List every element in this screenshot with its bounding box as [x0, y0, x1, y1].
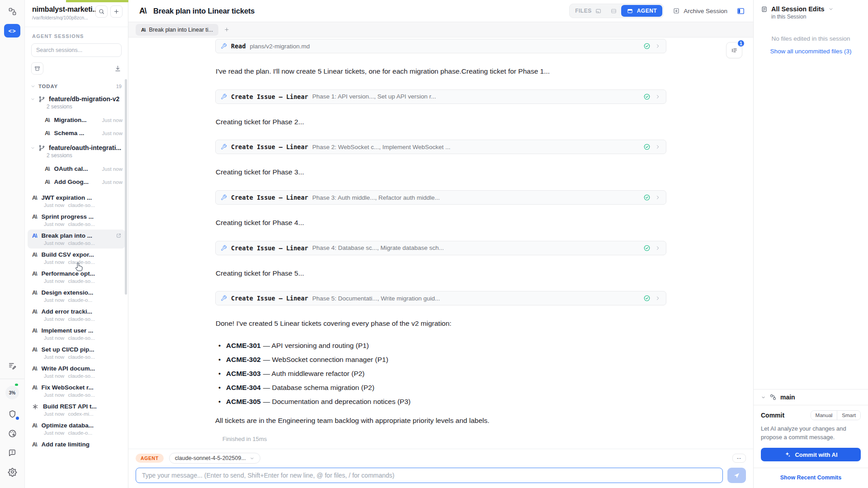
session-time: Just now — [44, 278, 64, 284]
archive-filter-button[interactable] — [31, 62, 43, 75]
tool-call-create-issue[interactable]: Create Issue — Linear Phase 1: API versi… — [215, 89, 666, 104]
session-model: claude-so... — [68, 392, 94, 398]
branch-group-db-migration[interactable]: feature/db-migration-v2 — [25, 94, 128, 103]
ticket-desc: — WebSocket connection manager (P1) — [263, 356, 388, 363]
chevron-right-icon[interactable] — [655, 43, 661, 49]
chevron-right-icon[interactable] — [655, 295, 661, 301]
sessions-sidebar: nimbalyst-marketi... /var/folders/nq/100… — [25, 0, 128, 488]
open-session-icon[interactable] — [116, 233, 122, 239]
chevron-down-icon — [828, 6, 834, 12]
session-item[interactable]: A\Set up CI/CD pip... Just nowclaude-so.… — [28, 343, 125, 362]
session-item[interactable]: A\ Migration... Just now — [25, 113, 128, 127]
outline-button[interactable]: 1 — [726, 42, 742, 58]
tool-detail: Phase 4: Database sc..., Migrate databas… — [312, 244, 639, 251]
usage-indicator[interactable]: 3% — [5, 386, 19, 399]
search-sessions-box[interactable] — [31, 43, 122, 57]
session-item[interactable]: A\Optimize databa... Just nowclaude-o... — [28, 419, 125, 438]
session-item[interactable]: A\Design extensio... Just nowclaude-o... — [28, 286, 125, 305]
assistant-message: Creating ticket for Phase 2... — [216, 117, 666, 127]
notes-edit-icon[interactable] — [8, 361, 17, 370]
commit-with-ai-button[interactable]: Commit with AI — [761, 448, 861, 461]
ticket-id: ACME-301 — [226, 342, 261, 349]
commit-mode-toggle: Manual Smart — [811, 410, 861, 420]
chevron-right-icon[interactable] — [655, 245, 661, 251]
message-input[interactable] — [136, 468, 723, 483]
smart-mode-button[interactable]: Smart — [837, 411, 860, 420]
chevron-right-icon[interactable] — [655, 194, 661, 201]
session-item[interactable]: A\Add rate limiting — [28, 438, 125, 450]
session-time: Just now — [44, 335, 64, 341]
files-view-button[interactable]: FILES — [571, 8, 606, 14]
tool-call-create-issue[interactable]: Create Issue — Linear Phase 3: Auth midd… — [215, 190, 666, 205]
code-icon: <> — [8, 28, 16, 34]
chevron-right-icon[interactable] — [655, 94, 661, 100]
model-selector[interactable]: claude-sonnet-4-5-202509... — [169, 453, 260, 464]
send-button[interactable] — [727, 468, 746, 483]
new-session-button[interactable] — [110, 5, 123, 18]
session-item[interactable]: A\Build CSV expor... Just nowclaude-so..… — [28, 249, 125, 267]
session-item[interactable]: Build REST API t... Just nowcodex-mi... — [28, 400, 125, 419]
search-sessions-input[interactable] — [36, 47, 117, 53]
theme-palette-icon[interactable] — [8, 429, 17, 438]
session-edits-header[interactable]: All Session Edits — [761, 5, 861, 13]
session-item[interactable]: A\Implement user ... Just nowclaude-so..… — [28, 324, 125, 343]
feedback-icon[interactable] — [8, 448, 17, 457]
branch-label: feature/db-migration-v2 — [49, 95, 119, 103]
settings-gear-icon[interactable] — [8, 467, 17, 477]
tool-call-create-issue[interactable]: Create Issue — Linear Phase 4: Database … — [215, 241, 666, 255]
tool-call-read[interactable]: Read plans/v2-migration.md — [215, 39, 666, 53]
anthropic-icon: A\ — [32, 214, 37, 220]
assistant-message: I've read the plan. I'll now create 5 Li… — [216, 66, 666, 76]
chevron-right-icon[interactable] — [655, 144, 661, 150]
agent-mode-badge[interactable]: AGENT — [136, 454, 164, 463]
success-check-icon — [643, 93, 651, 100]
session-item[interactable]: A\JWT expiration ... Just nowclaude-so..… — [28, 192, 125, 211]
show-recent-commits-link[interactable]: Show Recent Commits — [754, 468, 868, 488]
project-path: /var/folders/nq/100p8zcn... — [32, 15, 95, 20]
tool-call-create-issue[interactable]: Create Issue — Linear Phase 5: Documenta… — [215, 291, 666, 305]
anthropic-icon: A\ — [32, 441, 37, 448]
tool-name: Create Issue — Linear — [231, 295, 308, 302]
icon-rail: <> 3% — [0, 0, 25, 488]
split-view-button[interactable] — [606, 8, 621, 14]
manual-mode-button[interactable]: Manual — [811, 411, 837, 420]
branch-row[interactable]: main — [754, 389, 868, 405]
list-toolbar — [25, 57, 128, 77]
session-model: claude-so... — [68, 278, 94, 284]
right-panel-toggle-button[interactable] — [736, 7, 745, 15]
session-model: claude-so... — [68, 221, 94, 227]
branch-session-count: 2 sessions — [25, 151, 128, 162]
session-title: Add Goog... — [54, 178, 89, 185]
session-item[interactable]: A\Add error tracki... Just nowclaude-so.… — [28, 305, 125, 324]
tool-call-create-issue[interactable]: Create Issue — Linear Phase 2: WebSocket… — [215, 140, 666, 154]
show-uncommitted-link[interactable]: Show all uncommitted files (3) — [761, 48, 861, 55]
session-item[interactable]: A\Performance opt... Just nowclaude-so..… — [28, 267, 125, 286]
agent-view-button[interactable]: AGENT — [621, 5, 663, 17]
today-group-header[interactable]: TODAY 19 — [25, 81, 128, 94]
session-item[interactable]: A\ Add Goog... Just now — [25, 175, 128, 188]
branch-group-oauth[interactable]: feature/oauth-integrati... — [25, 142, 128, 151]
ticket-id: ACME-304 — [226, 384, 261, 391]
security-shield-icon[interactable] — [8, 409, 17, 419]
sidebar-scrollbar[interactable] — [125, 79, 127, 295]
session-header: A\ Break plan into Linear tickets FILES … — [128, 0, 753, 22]
session-item[interactable]: A\Fix WebSocket r... Just nowclaude-so..… — [28, 381, 125, 400]
session-item[interactable]: A\ Schema ... Just now — [25, 127, 128, 140]
composer-more-button[interactable]: -- — [732, 454, 746, 463]
sort-download-button[interactable] — [114, 65, 122, 72]
archive-session-button[interactable]: Archive Session — [673, 7, 727, 14]
session-item[interactable]: A\ OAuth cal... Just now — [25, 162, 128, 175]
tab-active[interactable]: A\ Break plan into Linear ti... — [136, 24, 218, 36]
session-item-selected[interactable]: A\Break plan into ... Just nowclaude-so.… — [28, 230, 125, 249]
session-item[interactable]: A\Write API docum... Just nowclaude-so..… — [28, 362, 125, 381]
new-tab-button[interactable] — [224, 27, 230, 33]
session-item[interactable]: A\Sprint progress ... Just nowclaude-so.… — [28, 211, 125, 230]
search-button[interactable] — [95, 5, 108, 18]
session-title: Optimize databa... — [42, 422, 94, 429]
code-view-button[interactable]: <> — [4, 24, 20, 38]
ticket-item: ACME-305— Documentation and deprecation … — [217, 398, 666, 406]
chevron-down-icon — [30, 97, 35, 102]
workflow-icon[interactable] — [8, 7, 17, 16]
wrench-icon — [221, 295, 227, 301]
anthropic-icon: A\ — [45, 117, 50, 123]
